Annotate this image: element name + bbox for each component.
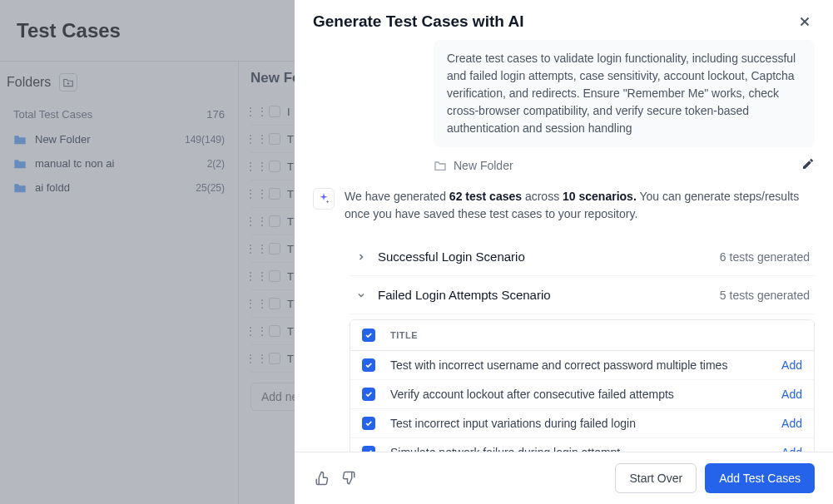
scenario-row-failed-login[interactable]: Failed Login Attempts Scenario 5 tests g… [350,276,815,314]
folder-chip-label: New Folder [454,159,513,172]
test-title: Test with incorrect username and correct… [390,358,766,372]
test-checkbox[interactable] [362,417,375,430]
scenario-title: Successful Login Scenario [378,250,710,264]
test-title: Verify account lockout after consecutive… [390,388,766,401]
generated-test-row: Verify account lockout after consecutive… [350,380,814,409]
prompt-text: Create test cases to validate login func… [434,40,815,147]
edit-button[interactable] [801,157,815,173]
generation-summary: We have generated 62 test cases across 1… [345,188,815,223]
generated-test-row: Simulate network failure during login at… [350,438,814,452]
close-icon [797,14,812,29]
thumbs-up-button[interactable] [313,469,331,487]
column-header-title: TITLE [390,330,418,340]
folder-icon [434,160,447,171]
sparkle-icon [317,192,330,205]
scenario-count: 5 tests generated [720,289,810,302]
test-checkbox[interactable] [362,446,375,452]
start-over-button[interactable]: Start Over [615,463,697,493]
target-folder-chip: New Folder [434,159,513,172]
add-test-link[interactable]: Add [781,446,802,452]
thumbs-up-icon [315,471,330,486]
scenario-row-successful-login[interactable]: Successful Login Scenario 6 tests genera… [350,238,815,276]
chevron-down-icon [355,289,368,302]
modal-title: Generate Test Cases with AI [313,12,523,31]
generated-test-row: Test with incorrect username and correct… [350,351,814,380]
test-title: Test incorrect input variations during f… [390,417,766,430]
generate-test-cases-modal: Generate Test Cases with AI Create test … [295,0,833,504]
thumbs-down-button[interactable] [340,469,358,487]
test-checkbox[interactable] [362,358,375,372]
tests-table: TITLE Test with incorrect username and c… [350,319,815,452]
add-test-link[interactable]: Add [781,358,802,372]
generated-test-row: Test incorrect input variations during f… [350,409,814,438]
test-title: Simulate network failure during login at… [390,446,766,452]
scenario-title: Failed Login Attempts Scenario [378,288,710,302]
add-test-link[interactable]: Add [781,417,802,430]
close-button[interactable] [795,12,815,32]
pencil-icon [801,157,815,170]
thumbs-down-icon [341,471,356,486]
chevron-right-icon [355,250,368,264]
ai-sparkle-badge [313,188,335,210]
scenario-count: 6 tests generated [720,250,810,264]
add-test-link[interactable]: Add [781,388,802,401]
select-all-checkbox[interactable] [362,329,375,342]
add-test-cases-button[interactable]: Add Test Cases [705,463,815,493]
test-checkbox[interactable] [362,388,375,401]
